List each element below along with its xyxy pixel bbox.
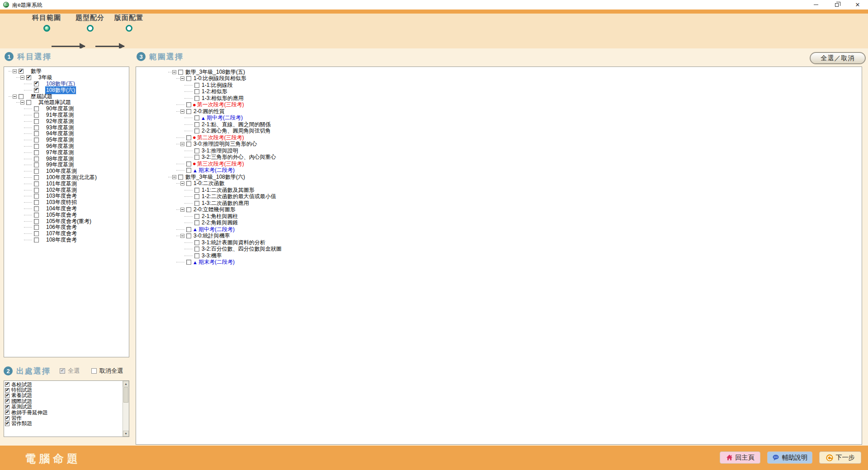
checkbox[interactable] [186,135,191,140]
checkbox[interactable] [194,220,199,225]
checkbox[interactable] [186,142,191,147]
tree-node-label[interactable]: 108年度會考 [45,236,78,244]
checkbox[interactable] [34,175,39,180]
checkbox[interactable] [34,162,39,167]
checkbox[interactable] [194,89,199,94]
checkbox[interactable] [186,233,191,238]
checkbox[interactable] [34,88,39,93]
scroll-up-icon[interactable]: ▲ [123,381,129,387]
checkbox[interactable] [19,69,24,74]
checkbox[interactable] [178,175,183,180]
checkbox[interactable] [194,83,199,88]
tree-node[interactable]: 108年度會考 [4,237,129,243]
tree-node[interactable]: 3-2:三角形的外心、內心與重心 [164,154,862,161]
tree-node[interactable]: ▲期中考(二段考) [164,226,862,233]
tree-node[interactable]: 2-2:角錐與圓錐 [164,220,862,227]
tree-node-label[interactable]: 期末考(二段考) [198,258,236,266]
checkbox[interactable] [26,75,31,80]
tree-node[interactable]: 1-3:相似形的應用 [164,95,862,102]
checkbox[interactable] [5,422,9,426]
scroll-thumb[interactable] [123,387,128,403]
checkbox[interactable] [186,260,191,265]
checkbox[interactable] [34,188,39,193]
collapse-icon[interactable] [180,208,184,212]
checkbox[interactable] [34,138,39,142]
restore-button[interactable] [826,0,847,9]
checkbox[interactable] [34,225,39,230]
checkbox[interactable] [34,119,39,124]
checkbox[interactable] [186,109,191,114]
checkbox[interactable] [34,181,39,186]
checkbox[interactable] [34,157,39,161]
source-list-item[interactable]: 習作類題 [4,421,129,427]
checkbox[interactable] [5,405,9,409]
tree-node[interactable]: 2-0:圓的性質 [164,108,862,115]
scrollbar[interactable]: ▲ ▼ [123,381,129,437]
checkbox[interactable] [194,194,199,199]
collapse-icon[interactable] [180,109,184,114]
checkbox[interactable] [186,207,191,212]
collapse-icon[interactable] [13,69,17,73]
tree-node[interactable]: ●第二次段考(三段考) [164,134,862,141]
collapse-icon[interactable] [180,142,184,146]
tree-node[interactable]: 1-2:相似形 [164,89,862,95]
checkbox[interactable] [194,214,199,219]
close-button[interactable]: ✕ [847,0,868,9]
checkbox[interactable] [34,194,39,199]
collapse-icon[interactable] [172,175,176,179]
checkbox[interactable] [194,253,199,258]
checkbox[interactable] [194,240,199,245]
tree-node[interactable]: 數學_3年級_108數學(五) [164,69,862,76]
checkbox[interactable] [186,102,191,107]
checkbox[interactable] [34,144,39,149]
tree-node[interactable]: 2-0:立體幾何圖形 [164,207,862,214]
tree-node[interactable]: 3-3:機率 [164,252,862,259]
checkbox[interactable] [34,200,39,205]
checkbox[interactable] [34,231,39,236]
checkbox[interactable] [34,106,39,111]
tree-node[interactable]: ▲期末考(二段考) [164,259,862,266]
checkbox[interactable] [34,81,39,86]
checkbox[interactable] [5,416,9,421]
checkbox[interactable] [194,201,199,206]
tree-node[interactable]: 108數學(六) [4,87,129,93]
checkbox[interactable] [34,150,39,155]
checkbox[interactable] [34,169,39,174]
checkbox[interactable] [194,96,199,101]
collapse-icon[interactable] [20,76,24,80]
checkbox[interactable] [194,155,199,160]
collapse-icon[interactable] [180,234,184,238]
checkbox[interactable] [194,115,199,120]
checkbox[interactable] [5,399,9,404]
tree-node[interactable]: 1-3:二次函數的應用 [164,200,862,207]
tree-node[interactable]: ▲期末考(二段考) [164,167,862,174]
select-all-checkbox[interactable]: 全選 [60,367,80,375]
tree-node[interactable]: 3-0:推理證明與三角形的心 [164,141,862,148]
tree-node[interactable]: 2-1:角柱與圓柱 [164,213,862,220]
checkbox[interactable] [186,76,191,81]
tree-node[interactable]: 1-0:比例線段與相似形 [164,76,862,82]
checkbox[interactable] [186,181,191,186]
checkbox[interactable] [34,125,39,130]
checkbox[interactable] [194,188,199,193]
tree-node[interactable]: ●第一次段考(三段考) [164,102,862,109]
checkbox[interactable] [26,100,31,105]
minimize-button[interactable] [806,0,826,9]
source-list-item[interactable]: 教師手冊延伸題 [4,410,129,415]
checkbox[interactable] [5,394,9,398]
collapse-icon[interactable] [13,95,17,99]
checkbox[interactable] [194,122,199,127]
checkbox[interactable] [5,382,9,387]
tree-node[interactable]: 數學_3年級_108數學(六) [164,174,862,180]
tree-node[interactable]: 1-0:二次函數 [164,180,862,187]
checkbox[interactable] [19,94,24,99]
checkbox[interactable] [34,113,39,118]
checkbox[interactable] [34,237,39,242]
checkbox[interactable] [5,388,9,393]
scroll-down-icon[interactable]: ▼ [123,431,129,437]
home-button[interactable]: 回主頁 [720,451,760,464]
checkbox[interactable] [186,161,191,166]
checkbox[interactable] [5,410,9,415]
step-question-type[interactable]: 題型配分 [68,14,112,32]
collapse-icon[interactable] [180,181,184,185]
